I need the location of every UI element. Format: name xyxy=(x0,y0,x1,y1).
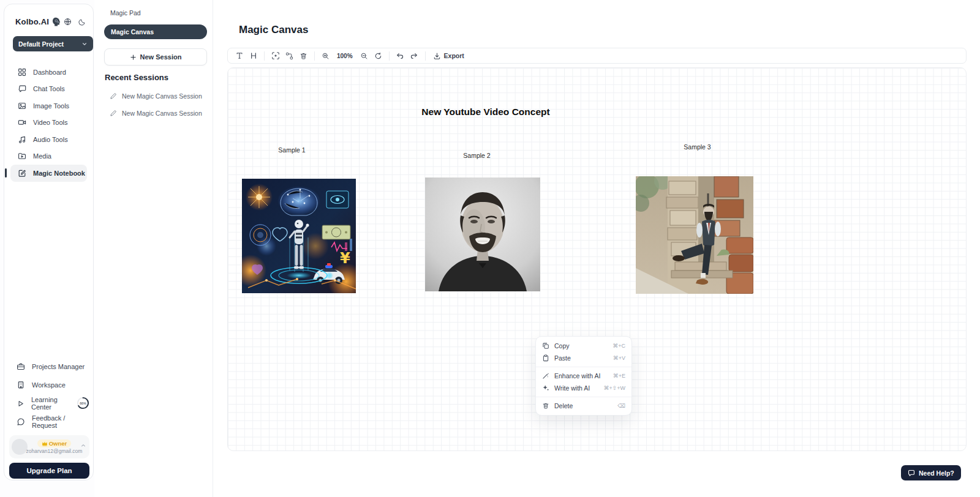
menu-item-paste[interactable]: Paste ⌘+V xyxy=(536,352,631,364)
nav-label: Feedback / Request xyxy=(32,414,89,429)
sidebar-item-workspace[interactable]: Workspace xyxy=(10,376,89,394)
canvas-image-portrait[interactable] xyxy=(425,177,540,291)
canvas-heading-text[interactable]: New Youtube Video Concept xyxy=(409,106,562,118)
sidebar-item-media[interactable]: Media xyxy=(10,148,87,165)
logo-row: Kolbo.AI xyxy=(15,17,86,27)
sidebar-item-feedback-request[interactable]: Feedback / Request xyxy=(10,413,89,431)
canvas-image-ruins[interactable] xyxy=(636,176,753,294)
toolbar-divider xyxy=(314,51,315,61)
redo-button[interactable] xyxy=(407,49,421,62)
chevron-expand-icon xyxy=(81,444,86,450)
sidebar-item-image-tools[interactable]: Image Tools xyxy=(10,97,87,114)
language-globe-icon[interactable] xyxy=(64,18,72,26)
need-help-button[interactable]: Need Help? xyxy=(901,465,961,480)
upgrade-plan-button[interactable]: Upgrade Plan xyxy=(9,463,89,479)
svg-text:66%: 66% xyxy=(80,401,86,405)
nav-label: Magic Notebook xyxy=(33,170,85,177)
zoom-in-button[interactable] xyxy=(318,49,333,62)
sample-label-3[interactable]: Sample 3 xyxy=(668,143,726,151)
menu-item-shortcut: ⌘+V xyxy=(613,355,625,361)
menu-divider xyxy=(536,397,631,397)
reset-view-button[interactable] xyxy=(371,49,385,62)
briefcase-icon xyxy=(17,362,25,371)
plus-icon xyxy=(130,54,137,61)
nav-label: Image Tools xyxy=(33,102,69,110)
menu-item-label: Paste xyxy=(554,354,571,362)
owner-role-badge: Owner xyxy=(37,439,72,447)
paste-icon xyxy=(542,354,549,362)
app-root: Kolbo.AI Default Project Dashboard xyxy=(0,0,980,497)
zoom-level: 100% xyxy=(333,53,357,59)
sidebar-item-learning-center[interactable]: Learning Center 66% xyxy=(10,394,89,413)
recent-session-label: New Magic Canvas Session xyxy=(122,110,202,117)
dark-mode-moon-icon[interactable] xyxy=(78,18,86,26)
building-icon xyxy=(17,381,25,389)
sidebar-item-video-tools[interactable]: Video Tools xyxy=(10,114,87,132)
menu-item-label: Enhance with AI xyxy=(554,372,600,379)
sidebar-bottom-nav: Projects Manager Workspace Learning Cent… xyxy=(10,357,89,431)
nav-label: Audio Tools xyxy=(33,136,68,143)
svg-text:¥: ¥ xyxy=(340,250,350,267)
menu-item-label: Write with AI xyxy=(554,384,590,392)
need-help-label: Need Help? xyxy=(919,469,954,477)
recent-session-label: New Magic Canvas Session xyxy=(122,92,202,100)
new-session-button[interactable]: New Session xyxy=(104,48,207,65)
video-icon xyxy=(18,118,26,127)
menu-item-delete[interactable]: Delete ⌫ xyxy=(536,400,631,412)
delete-tool-button[interactable] xyxy=(296,49,311,62)
chat-icon xyxy=(18,84,26,93)
tab-magic-pad[interactable]: Magic Pad xyxy=(110,9,141,17)
recent-session-item[interactable]: New Magic Canvas Session xyxy=(110,110,202,117)
trash-icon xyxy=(542,402,549,409)
sidebar-item-audio-tools[interactable]: Audio Tools xyxy=(10,131,87,148)
toolbar-divider xyxy=(264,51,265,61)
recent-session-item[interactable]: New Magic Canvas Session xyxy=(110,92,202,100)
nav-label: Dashboard xyxy=(33,69,66,76)
sample-label-1[interactable]: Sample 1 xyxy=(263,146,321,154)
canvas-image-ai-robot[interactable]: ¥ xyxy=(242,179,356,293)
connector-tool-button[interactable] xyxy=(282,49,296,62)
toolbar-divider xyxy=(425,51,426,61)
play-icon xyxy=(17,400,24,408)
menu-item-label: Copy xyxy=(554,342,570,349)
heading-tool-button[interactable] xyxy=(246,49,260,62)
copy-icon xyxy=(542,342,549,349)
nav-label: Learning Center xyxy=(31,396,69,411)
menu-item-shortcut: ⌫ xyxy=(617,403,625,409)
sidebar-item-chat-tools[interactable]: Chat Tools xyxy=(10,81,87,98)
sidebar-nav: Dashboard Chat Tools Image Tools Video T… xyxy=(10,64,87,182)
context-menu: Copy ⌘+C Paste ⌘+V Enhance with AI ⌘+E W… xyxy=(535,336,632,416)
active-accent-bar xyxy=(5,168,7,177)
image-icon xyxy=(18,102,26,110)
project-selector[interactable]: Default Project xyxy=(13,36,93,51)
magic-wand-icon xyxy=(542,372,549,379)
export-button[interactable]: Export xyxy=(429,52,468,60)
zoom-out-button[interactable] xyxy=(357,49,371,62)
menu-item-copy[interactable]: Copy ⌘+C xyxy=(536,340,631,352)
menu-item-enhance-with-ai[interactable]: Enhance with AI ⌘+E xyxy=(536,370,631,382)
sidebar-item-dashboard[interactable]: Dashboard xyxy=(10,64,87,81)
sidebar-item-magic-notebook[interactable]: Magic Notebook xyxy=(10,165,87,182)
pencil-icon xyxy=(110,92,117,100)
undo-button[interactable] xyxy=(393,49,407,62)
ai-select-tool-button[interactable] xyxy=(268,49,282,62)
sample-label-2[interactable]: Sample 2 xyxy=(448,152,506,159)
tab-magic-canvas-active[interactable]: Magic Canvas xyxy=(104,24,207,39)
page-title: Magic Canvas xyxy=(239,24,308,36)
crown-icon xyxy=(42,441,48,446)
brand-head-icon xyxy=(51,17,61,27)
sidebar-item-projects-manager[interactable]: Projects Manager xyxy=(10,357,89,376)
text-tool-button[interactable] xyxy=(232,49,246,62)
user-account-card[interactable]: Owner zoharvan12@gmail.com xyxy=(9,435,89,458)
menu-item-write-with-ai[interactable]: Write with AI ⌘+⇧+W xyxy=(536,382,631,394)
nav-label: Chat Tools xyxy=(33,85,65,92)
brand-logo[interactable]: Kolbo.AI xyxy=(15,17,49,26)
recent-sessions-heading: Recent Sessions xyxy=(105,73,168,82)
pencil-icon xyxy=(110,110,117,117)
project-selector-label: Default Project xyxy=(18,40,64,48)
menu-item-shortcut: ⌘+⇧+W xyxy=(603,385,625,391)
toolbar-divider xyxy=(389,51,390,61)
menu-divider xyxy=(536,367,631,367)
help-chat-icon xyxy=(908,469,915,477)
download-icon xyxy=(433,52,441,60)
